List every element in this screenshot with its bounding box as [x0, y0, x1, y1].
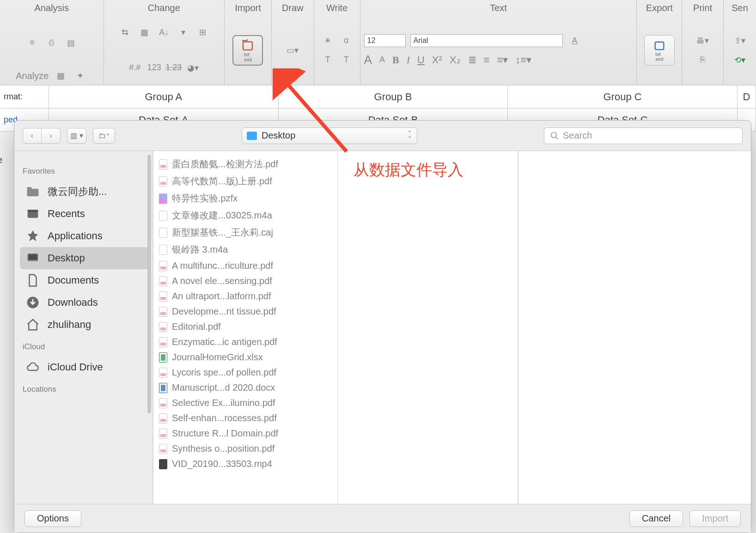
printer-icon[interactable]: 🖶▾: [695, 33, 710, 48]
analysis-icon-2[interactable]: ⎙: [44, 36, 59, 50]
analysis-icon-1[interactable]: ≡: [25, 36, 40, 50]
paragraph-icon[interactable]: ≡▾: [497, 54, 508, 66]
analysis-icon-3[interactable]: ▤: [64, 36, 79, 50]
text-upper-icon[interactable]: T: [320, 53, 335, 67]
apps-icon: [24, 229, 41, 243]
bold-icon[interactable]: B: [392, 54, 399, 66]
new-folder-button[interactable]: 🗀⁺: [93, 128, 115, 143]
sidebar-scrollbar[interactable]: [147, 155, 151, 413]
line-spacing-icon[interactable]: ↕≡▾: [515, 54, 531, 66]
file-row[interactable]: A multifunc...riculture.pdf: [156, 258, 335, 273]
draw-rect-icon[interactable]: ▭▾: [285, 43, 300, 58]
slash-icon[interactable]: 1.23: [166, 61, 181, 75]
file-pdf-icon: [159, 444, 167, 454]
file-row[interactable]: Synthesis o...position.pdf: [156, 441, 335, 456]
highlight-icon[interactable]: ☀: [320, 33, 335, 48]
file-row[interactable]: VID_20190...33503.mp4: [156, 456, 335, 472]
forward-button[interactable]: ›: [42, 128, 60, 143]
dialog-footer: Options Cancel Import: [14, 504, 751, 533]
table-icon[interactable]: ▦: [137, 25, 152, 40]
file-row[interactable]: Selective Ex...ilumino.pdf: [156, 395, 335, 411]
import-btn-label: txt xml: [244, 52, 252, 62]
file-row[interactable]: Enzymatic...ic antigen.pdf: [156, 334, 335, 350]
wand-icon[interactable]: ✦: [73, 68, 87, 83]
hash-icon[interactable]: #.#: [128, 61, 142, 75]
superscript-icon[interactable]: X²: [432, 54, 442, 66]
link-icon[interactable]: ⟲▾: [732, 53, 747, 67]
file-row[interactable]: Developme...nt tissue.pdf: [156, 304, 335, 319]
font-color-icon[interactable]: A: [567, 33, 582, 48]
enlarge-font-icon[interactable]: A: [364, 53, 372, 67]
file-row[interactable]: Structure R...l Domain.pdf: [156, 426, 335, 441]
sidebar-item-folder[interactable]: 微云同步助...: [20, 181, 149, 203]
group-title: Draw: [282, 3, 304, 13]
group-b[interactable]: Group B: [279, 85, 508, 108]
file-row[interactable]: JournalHomeGrid.xlsx: [156, 350, 335, 365]
group-c[interactable]: Group C: [508, 85, 738, 108]
file-row[interactable]: A novel ele...sensing.pdf: [156, 273, 335, 289]
options-button[interactable]: Options: [24, 510, 81, 527]
file-row[interactable]: 新型羰基铁..._王永莉.caj: [156, 224, 335, 241]
sidebar: Favorites 微云同步助...RecentsApplicationsDes…: [14, 151, 153, 504]
font-name-select[interactable]: [410, 34, 563, 47]
file-vid-icon: [159, 459, 167, 469]
sidebar-item-doc[interactable]: Documents: [20, 269, 149, 291]
file-doc-icon: [159, 383, 167, 393]
back-button[interactable]: ‹: [23, 128, 42, 143]
dropdown-icon[interactable]: ▾: [176, 25, 191, 40]
file-xls-icon: [159, 352, 167, 363]
desktop-folder-icon: [247, 132, 257, 140]
swap-icon[interactable]: ⇆: [118, 25, 133, 40]
group-d[interactable]: D: [738, 85, 756, 108]
sidebar-item-recents[interactable]: Recents: [20, 203, 149, 225]
shrink-font-icon[interactable]: A: [379, 55, 385, 65]
text-lower-icon[interactable]: T: [339, 53, 354, 67]
grid-icon[interactable]: ⊞: [195, 25, 210, 40]
sidebar-item-downloads[interactable]: Downloads: [20, 291, 149, 314]
file-file-icon: [159, 228, 167, 238]
align-center-icon[interactable]: ≡: [484, 54, 490, 66]
columns-view-button[interactable]: ▥ ▾: [67, 128, 86, 143]
file-row[interactable]: Self-enhan...rocesses.pdf: [156, 411, 335, 426]
search-input[interactable]: Search: [544, 127, 743, 144]
file-row[interactable]: 特异性实验.pzfx: [156, 190, 335, 207]
share-icon[interactable]: ⇪▾: [732, 33, 747, 48]
cancel-button[interactable]: Cancel: [629, 510, 683, 527]
group-a[interactable]: Group A: [49, 85, 279, 108]
file-row[interactable]: Manuscript...d 2020.docx: [156, 380, 335, 395]
group-title: Analysis: [35, 3, 69, 13]
export-button[interactable]: txt xml: [644, 35, 675, 66]
chevron-updown-icon: ˄˅: [408, 131, 411, 142]
svg-rect-0: [243, 42, 252, 50]
file-row[interactable]: 高等代数简...版)上册.pdf: [156, 173, 335, 190]
file-mus-icon: [159, 245, 167, 255]
sidebar-item-apps[interactable]: Applications: [20, 225, 149, 247]
color-icon[interactable]: ◕▾: [186, 61, 201, 75]
location-popup[interactable]: Desktop ˄˅: [242, 127, 417, 144]
file-row[interactable]: An ultraport...latform.pdf: [156, 289, 335, 304]
font-size-select[interactable]: [364, 34, 406, 47]
import-button[interactable]: txt xml: [232, 35, 263, 66]
align-left-icon[interactable]: ≣: [468, 54, 476, 66]
underline-icon[interactable]: U: [417, 54, 425, 66]
file-row[interactable]: 蛋白质酪氨...检测方法.pdf: [156, 156, 335, 173]
italic-icon[interactable]: I: [407, 54, 410, 66]
sort-icon[interactable]: A↓: [157, 25, 171, 40]
alpha-icon[interactable]: α: [339, 33, 354, 48]
import-confirm-button[interactable]: Import: [689, 510, 741, 527]
subscript-icon[interactable]: X₂: [450, 54, 461, 66]
analyze-label[interactable]: Analyze: [16, 71, 49, 81]
sidebar-item-label: 微云同步助...: [48, 185, 107, 199]
file-row[interactable]: Editorial.pdf: [156, 319, 335, 334]
analyze-icon-a[interactable]: ▦: [53, 68, 68, 83]
copy-icon[interactable]: ⎘: [695, 53, 710, 67]
file-row[interactable]: Lycoris spe...of pollen.pdf: [156, 365, 335, 380]
file-row[interactable]: 银岭路 3.m4a: [156, 241, 335, 258]
file-row[interactable]: 文章修改建...03025.m4a: [156, 207, 335, 224]
export-btn-label: txt xml: [655, 52, 663, 62]
sidebar-item-icloud-drive[interactable]: iCloud Drive: [20, 356, 149, 378]
sidebar-item-home[interactable]: zhulihang: [20, 314, 149, 336]
file-column[interactable]: 蛋白质酪氨...检测方法.pdf高等代数简...版)上册.pdf特异性实验.pz…: [153, 151, 338, 504]
decimals-icon[interactable]: 123: [147, 61, 162, 75]
sidebar-item-desktop[interactable]: Desktop: [20, 247, 149, 269]
